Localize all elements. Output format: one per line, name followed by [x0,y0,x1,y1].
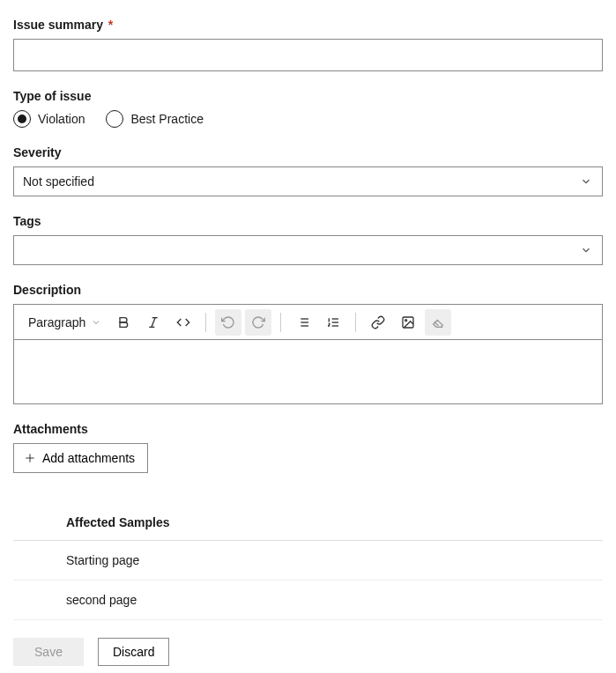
severity-select[interactable]: Not specified [13,166,603,196]
radio-option-best-practice[interactable]: Best Practice [106,110,203,128]
severity-label: Severity [13,145,603,159]
sample-row: second page [13,581,603,620]
redo-button[interactable] [245,309,271,336]
sample-label: second page [66,593,137,607]
type-of-issue-field: Type of issue Violation Best Practice [13,89,603,128]
type-of-issue-label: Type of issue [13,89,603,103]
paragraph-style-select[interactable]: Paragraph [23,312,107,333]
bullet-list-button[interactable] [290,309,316,336]
tags-label: Tags [13,214,603,228]
severity-field: Severity Not specified [13,145,603,196]
redo-icon [251,315,265,329]
discard-button[interactable]: Discard [98,638,169,666]
type-of-issue-radio-group: Violation Best Practice [13,110,603,128]
attachments-label: Attachments [13,422,603,436]
paragraph-style-label: Paragraph [28,315,85,329]
save-button[interactable]: Save [13,638,84,666]
link-icon [371,315,385,329]
editor-toolbar: Paragraph [14,305,602,340]
bold-icon [116,315,130,329]
link-button[interactable] [365,309,391,336]
eraser-icon [431,315,445,329]
svg-point-13 [405,319,407,321]
footer-buttons: Save Discard [13,638,603,666]
sample-row: Starting page [13,541,603,581]
add-attachments-label: Add attachments [42,451,135,465]
plus-icon [23,451,37,465]
issue-summary-label-text: Issue summary [13,18,103,32]
bullet-list-icon [296,315,310,329]
toolbar-separator [355,313,356,332]
radio-icon [106,110,123,128]
description-field: Description Paragraph [13,283,603,404]
affected-samples-section: Affected Samples Starting page second pa… [13,505,603,620]
issue-summary-input[interactable] [13,39,603,71]
sample-label: Starting page [66,553,139,567]
required-indicator: * [108,18,113,32]
italic-button[interactable] [140,309,167,336]
tags-select[interactable] [13,235,603,265]
undo-icon [221,315,235,329]
numbered-list-icon [326,315,340,329]
toolbar-separator [280,313,281,332]
description-editor: Paragraph [13,304,603,404]
description-input[interactable] [14,340,602,403]
radio-icon [13,110,31,128]
svg-line-2 [152,317,155,327]
toolbar-separator [205,313,206,332]
bold-button[interactable] [110,309,137,336]
undo-button[interactable] [215,309,241,336]
code-icon [176,315,190,329]
radio-label: Best Practice [130,112,203,126]
description-label: Description [13,283,603,297]
attachments-field: Attachments Add attachments [13,422,603,473]
image-button[interactable] [395,309,421,336]
numbered-list-button[interactable] [320,309,346,336]
severity-value: Not specified [23,174,94,189]
radio-label: Violation [38,112,85,126]
image-icon [401,315,415,329]
issue-summary-field: Issue summary * [13,18,603,71]
affected-samples-header: Affected Samples [13,505,603,541]
chevron-down-icon [91,317,101,328]
clear-format-button[interactable] [425,309,451,336]
issue-summary-label: Issue summary * [13,18,603,32]
italic-icon [146,315,160,329]
tags-field: Tags [13,214,603,265]
radio-option-violation[interactable]: Violation [13,110,85,128]
add-attachments-button[interactable]: Add attachments [13,443,148,473]
code-button[interactable] [170,309,197,336]
